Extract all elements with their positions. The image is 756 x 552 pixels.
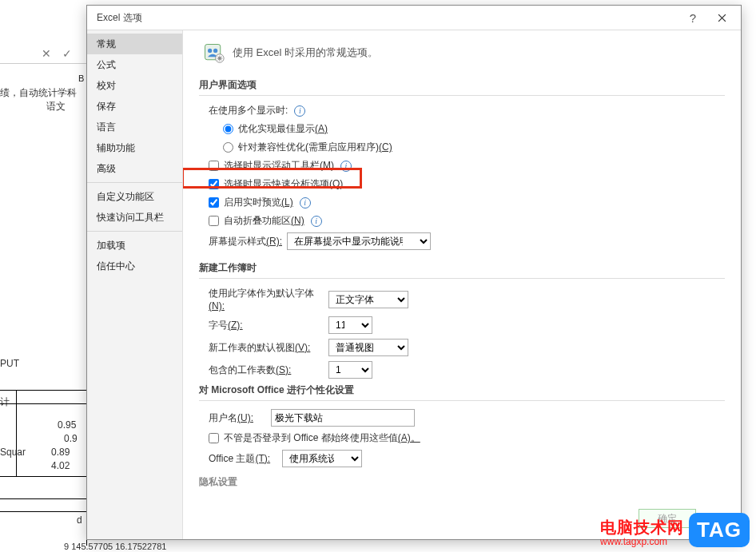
bg-bottom-numbers: 9 145.57705 16.17522781 [64,542,166,551]
close-icon [718,14,726,22]
bg-text-1: 绩，自动统计学科 [0,86,77,100]
bg-text-2: 语文 [46,100,66,113]
default-font-select[interactable]: 正文字体 [328,291,408,308]
sidebar-item-addins[interactable]: 加载项 [87,235,182,256]
sidebar-item-accessibility[interactable]: 辅助功能 [87,137,182,158]
bg-num-1: 0.95 [58,419,76,431]
radio-optimize-compat-input[interactable] [223,142,233,153]
dialog-titlebar: Excel 选项 ? [87,6,741,30]
bg-text-squar: Squar [0,447,26,458]
watermark-url: www.tagxp.com [600,536,684,547]
check-quick-analysis-input[interactable] [209,179,219,189]
multi-display-label: 在使用多个显示时: [209,104,288,117]
formula-accept: ✓ [62,47,72,60]
formula-bar-fragment: ✕ ✓ [0,44,86,64]
general-options-icon [202,42,225,64]
office-theme-label: Office 主题(T): [209,452,282,466]
bg-num-4: 4.02 [51,460,70,471]
watermark: 电脑技术网 www.tagxp.com TAG [600,513,750,547]
check-quick-analysis[interactable]: 选择时显示快速分析选项(Q) [209,177,725,191]
sidebar-item-save[interactable]: 保存 [87,96,182,117]
info-icon[interactable]: i [294,105,305,117]
svg-point-2 [213,49,217,53]
font-size-label: 字号(Z): [209,319,328,332]
bg-text-put: PUT [0,358,19,369]
screentip-select[interactable]: 在屏幕提示中显示功能说明 [287,232,431,250]
check-always-use-values-input[interactable] [209,433,219,443]
screentip-label: 屏幕提示样式(R): [209,235,282,248]
sheet-count-select[interactable]: 1 [328,361,372,379]
svg-point-1 [208,49,212,53]
sidebar-item-advanced[interactable]: 高级 [87,158,182,179]
formula-cancel: ✕ [42,47,51,60]
sidebar-item-proofing[interactable]: 校对 [87,75,182,96]
col-header-b: B [78,73,84,83]
check-mini-toolbar-input[interactable] [209,161,219,171]
section-ui-options: 用户界面选项 [199,78,725,96]
radio-optimize-best-input[interactable] [223,124,233,134]
default-view-label: 新工作表的默认视图(V): [209,341,328,355]
check-collapse-ribbon[interactable]: 自动折叠功能区(N) i [209,214,725,228]
office-theme-select[interactable]: 使用系统设置 [282,450,362,467]
sidebar-item-quick-access[interactable]: 快速访问工具栏 [87,207,182,228]
sidebar-item-language[interactable]: 语言 [87,117,182,137]
username-input[interactable] [271,409,415,427]
info-icon[interactable]: i [311,216,322,227]
sheet-count-label: 包含的工作表数(S): [209,363,328,377]
help-button[interactable]: ? [678,6,707,29]
check-live-preview-input[interactable] [209,197,219,208]
svg-point-4 [218,57,221,60]
font-size-select[interactable]: 11 [328,316,372,334]
default-view-select[interactable]: 普通视图 [328,339,408,356]
section-new-workbook: 新建工作簿时 [199,261,725,279]
general-heading: 使用 Excel 时采用的常规选项。 [233,46,378,60]
watermark-tag: TAG [689,513,750,547]
info-icon[interactable]: i [300,197,311,208]
section-privacy: 隐私设置 [199,475,725,492]
sidebar-item-customize-ribbon[interactable]: 自定义功能区 [87,186,182,207]
bg-text-ji: 计 [0,395,10,409]
dialog-title: Excel 选项 [97,11,678,25]
section-personalize: 对 Microsoft Office 进行个性化设置 [199,383,725,401]
excel-options-dialog: Excel 选项 ? 常规 公式 校对 保存 语言 辅助功能 高级 自定义功能区… [86,5,742,540]
radio-optimize-best[interactable]: 优化实现最佳显示(A) [223,122,725,136]
sidebar-item-formulas[interactable]: 公式 [87,54,182,75]
close-button[interactable] [707,6,736,29]
radio-optimize-compat[interactable]: 针对兼容性优化(需重启应用程序)(C) [223,141,725,154]
check-always-use-values[interactable]: 不管是否登录到 Office 都始终使用这些值(A)。 [209,431,725,445]
bg-num-2: 0.9 [64,433,78,444]
info-icon[interactable]: i [340,161,352,172]
check-collapse-ribbon-input[interactable] [209,216,219,226]
options-content: 使用 Excel 时采用的常规选项。 用户界面选项 在使用多个显示时:i 优化实… [183,30,741,539]
check-live-preview[interactable]: 启用实时预览(L) i [209,196,725,209]
sidebar-item-trust-center[interactable]: 信任中心 [87,256,182,276]
bg-num-3: 0.89 [51,447,70,458]
bg-text-d: d [77,514,82,526]
check-mini-toolbar[interactable]: 选择时显示浮动工具栏(M) i [209,159,725,173]
options-sidebar: 常规 公式 校对 保存 语言 辅助功能 高级 自定义功能区 快速访问工具栏 加载… [87,30,183,539]
default-font-label: 使用此字体作为默认字体(N): [209,287,328,312]
username-label: 用户名(U): [209,411,271,425]
watermark-text: 电脑技术网 [600,518,684,536]
sidebar-item-general[interactable]: 常规 [87,34,182,54]
